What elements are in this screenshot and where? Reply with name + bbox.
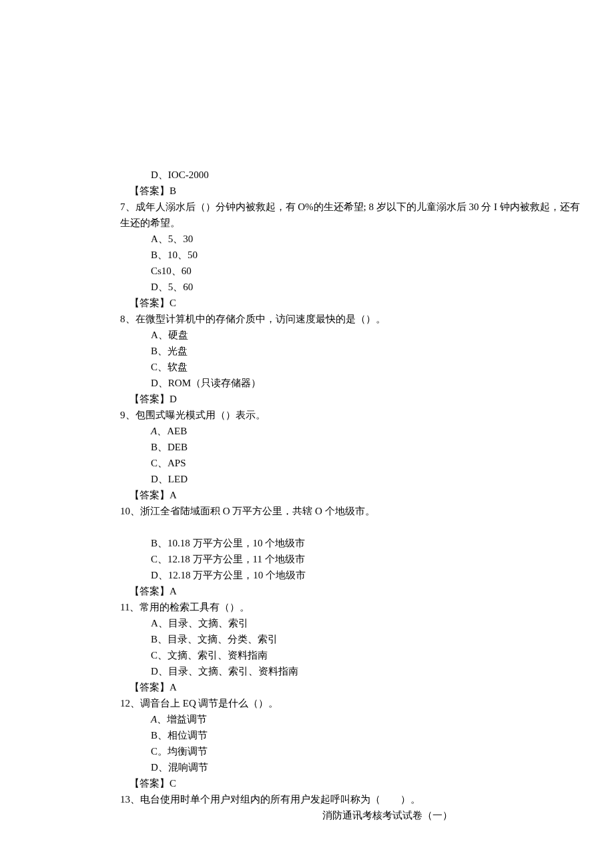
q12-answer-label: 【答案】 bbox=[129, 778, 170, 789]
q7-answer-value: C bbox=[170, 298, 176, 308]
q8-option-b: B、光盘 bbox=[120, 343, 587, 359]
q11-text: 11、常用的检索工具有（）。 bbox=[120, 599, 587, 615]
q10-option-b: B、10.18 万平方公里，10 个地级市 bbox=[120, 535, 587, 551]
q8-answer: 【答案】D bbox=[120, 391, 587, 407]
q9-option-a-prefix: A bbox=[151, 426, 157, 436]
q9-option-d: D、LED bbox=[120, 471, 587, 487]
q6-answer: 【答案】B bbox=[120, 183, 587, 199]
q6-answer-label: 【答案】 bbox=[129, 185, 170, 196]
q10-option-a-wrapper: . A、10.18 万平方公里，11 个地级市 bbox=[120, 519, 587, 535]
q9-text: 9、包围式曝光模式用（）表示。 bbox=[120, 407, 587, 423]
q7-answer-label: 【答案】 bbox=[129, 298, 170, 308]
q10-option-c: C、12.18 万平方公里，11 个地级市 bbox=[120, 551, 587, 567]
q10-answer: 【答案】A bbox=[120, 583, 587, 599]
q12-option-a: A、增益调节 bbox=[120, 711, 587, 727]
q9-option-c: C、APS bbox=[120, 455, 587, 471]
q12-answer: 【答案】C bbox=[120, 775, 587, 791]
q8-option-d: D、ROM（只读存储器） bbox=[120, 375, 587, 391]
q10-option-a-overlay: . bbox=[151, 515, 311, 524]
q11-option-c: C、文摘、索引、资料指南 bbox=[120, 647, 587, 663]
q11-option-b: B、目录、文摘、分类、索引 bbox=[120, 631, 587, 647]
q11-answer-value: A bbox=[170, 682, 177, 693]
q9-option-a-suffix: 、AEB bbox=[157, 426, 187, 436]
q7-answer: 【答案】C bbox=[120, 295, 587, 311]
q8-option-a: A、硬盘 bbox=[120, 327, 587, 343]
q12-option-c: C。均衡调节 bbox=[120, 743, 587, 759]
q9-answer-label: 【答案】 bbox=[129, 490, 170, 500]
q8-option-c: C、软盘 bbox=[120, 359, 587, 375]
q9-answer-value: A bbox=[170, 490, 177, 500]
q9-option-b: B、DEB bbox=[120, 439, 587, 455]
q12-option-a-prefix: A bbox=[151, 714, 157, 725]
q11-option-d: D、目录、文摘、索引、资料指南 bbox=[120, 663, 587, 679]
q11-option-a: A、目录、文摘、索引 bbox=[120, 615, 587, 631]
q13-text: 13、电台使用时单个用户对组内的所有用户发起呼叫称为（ ）。 bbox=[120, 791, 587, 807]
q8-text: 8、在微型计算机中的存储介质中，访问速度最快的是（）。 bbox=[120, 311, 587, 327]
q6-answer-value: B bbox=[170, 185, 176, 196]
q9-answer: 【答案】A bbox=[120, 487, 587, 503]
q9-option-a: A、AEB bbox=[120, 423, 587, 439]
q10-answer-label: 【答案】 bbox=[129, 586, 170, 596]
q10-answer-value: A bbox=[170, 586, 177, 596]
q6-option-d: D、IOC-2000 bbox=[120, 167, 587, 183]
q7-text: 7、成年人溺水后（）分钟内被救起，有 O%的生还希望; 8 岁以下的儿童溺水后 … bbox=[120, 199, 587, 231]
q7-option-a: A、5、30 bbox=[120, 231, 587, 247]
q7-option-b: B、10、50 bbox=[120, 247, 587, 263]
page-footer: 消防通讯考核考试试卷（一） bbox=[120, 807, 587, 823]
q8-answer-value: D bbox=[170, 394, 177, 404]
q7-option-c: Cs10、60 bbox=[120, 263, 587, 279]
q11-answer-label: 【答案】 bbox=[129, 682, 170, 693]
q12-option-a-suffix: 、增益调节 bbox=[157, 714, 207, 725]
q8-answer-label: 【答案】 bbox=[129, 394, 170, 404]
q11-answer: 【答案】A bbox=[120, 679, 587, 695]
q12-option-d: D、混响调节 bbox=[120, 759, 587, 775]
q12-option-b: B、相位调节 bbox=[120, 727, 587, 743]
q12-answer-value: C bbox=[170, 778, 176, 789]
q7-option-d: D、5、60 bbox=[120, 279, 587, 295]
q12-text: 12、调音台上 EQ 调节是什么（）。 bbox=[120, 695, 587, 711]
q10-option-d: D、12.18 万平方公里，10 个地级市 bbox=[120, 567, 587, 583]
